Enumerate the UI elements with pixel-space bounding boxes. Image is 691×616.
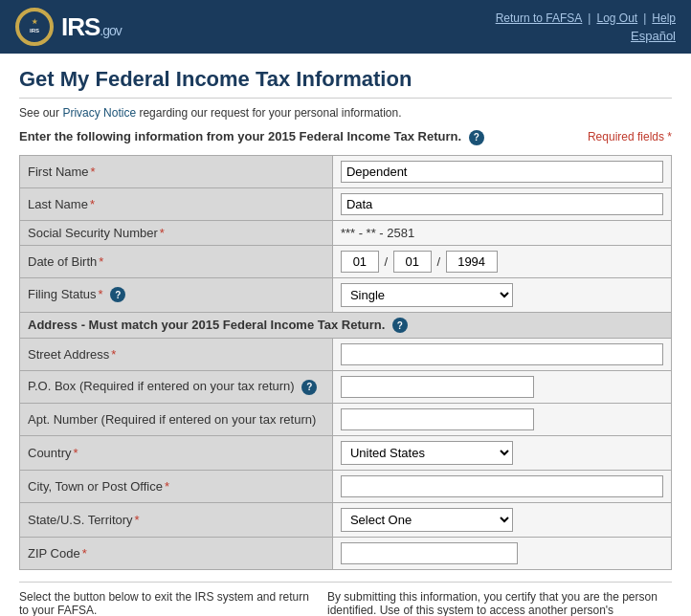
address-header-row: Address - Must match your 2015 Federal I…	[20, 312, 672, 339]
help-link[interactable]: Help	[652, 11, 676, 25]
date-sep-2: /	[436, 254, 440, 269]
last-name-required: *	[90, 197, 95, 211]
dob-required: *	[99, 254, 103, 269]
first-name-required: *	[91, 165, 96, 179]
privacy-line: See our Privacy Notice regarding our req…	[19, 106, 672, 120]
return-to-fafsa-link-header[interactable]: Return to FAFSA	[496, 11, 583, 25]
filing-status-required: *	[99, 287, 103, 301]
svg-point-0	[18, 11, 51, 43]
last-name-input-cell	[332, 187, 671, 220]
street-label: Street Address*	[20, 339, 333, 371]
first-name-input[interactable]	[341, 161, 663, 183]
zip-input-cell	[332, 538, 671, 570]
street-input-cell	[332, 339, 671, 371]
bottom-right: By submitting this information, you cert…	[327, 590, 672, 616]
street-input[interactable]	[341, 343, 663, 365]
filing-status-select[interactable]: Single Married Filing Jointly Married Fi…	[341, 283, 513, 307]
header: ★ IRS IRS.gov Return to FAFSA | Log Out …	[0, 0, 691, 54]
city-input[interactable]	[341, 475, 663, 497]
ssn-row: Social Security Number* *** - ** - 2581	[20, 220, 672, 245]
header-nav-top: Return to FAFSA | Log Out | Help	[496, 11, 676, 25]
filing-status-row: Filing Status* ? Single Married Filing J…	[20, 277, 672, 312]
street-row: Street Address*	[20, 339, 672, 371]
country-input-cell: United States Canada Other	[332, 436, 671, 471]
bottom-left-text: Select the button below to exit the IRS …	[19, 590, 316, 616]
form-table: First Name* Last Name* Social Security N…	[19, 155, 672, 571]
state-select[interactable]: Select One AlabamaAlaskaArizona Arkansas…	[341, 508, 513, 532]
title-divider	[19, 98, 672, 99]
po-box-input[interactable]	[341, 376, 534, 398]
apt-input[interactable]	[341, 408, 534, 430]
dob-year-input[interactable]	[446, 251, 498, 273]
ssn-label: Social Security Number*	[20, 220, 333, 245]
privacy-notice-link[interactable]: Privacy Notice	[62, 106, 136, 120]
address-header: Address - Must match your 2015 Federal I…	[20, 312, 672, 339]
dob-day-input[interactable]	[393, 251, 432, 273]
last-name-input[interactable]	[341, 193, 663, 215]
irs-emblem: ★ IRS	[15, 8, 54, 46]
state-required: *	[135, 513, 140, 527]
espanol-link[interactable]: Español	[631, 29, 676, 43]
last-name-row: Last Name*	[20, 187, 672, 220]
svg-text:IRS: IRS	[30, 28, 39, 33]
dob-input-cell: / /	[332, 245, 671, 277]
gov-suffix: .gov	[100, 23, 121, 38]
separator-2: |	[643, 11, 646, 25]
ssn-required: *	[160, 226, 165, 240]
apt-label: Apt. Number (Required if entered on your…	[20, 404, 333, 436]
dob-month-input[interactable]	[341, 251, 379, 273]
page-title: Get My Federal Income Tax Information	[19, 67, 672, 92]
dob-label: Date of Birth*	[20, 245, 333, 277]
country-select[interactable]: United States Canada Other	[341, 441, 513, 465]
date-sep-1: /	[385, 254, 389, 269]
instructions-row: Enter the following information from you…	[19, 129, 672, 145]
instructions-text: Enter the following information from you…	[19, 129, 484, 145]
filing-status-input-cell: Single Married Filing Jointly Married Fi…	[332, 277, 671, 312]
separator-1: |	[588, 11, 591, 25]
header-navigation: Return to FAFSA | Log Out | Help Español	[496, 11, 676, 43]
address-help-icon[interactable]: ?	[392, 318, 408, 333]
street-required: *	[111, 347, 116, 362]
logo-text: IRS.gov	[61, 12, 122, 42]
state-input-cell: Select One AlabamaAlaskaArizona Arkansas…	[332, 503, 671, 538]
zip-row: ZIP Code*	[20, 538, 672, 570]
bottom-right-text: By submitting this information, you cert…	[327, 590, 672, 616]
logout-link[interactable]: Log Out	[596, 11, 637, 25]
apt-input-cell	[332, 404, 671, 436]
svg-text:★: ★	[32, 18, 38, 25]
dob-row: Date of Birth* / /	[20, 245, 672, 277]
bottom-left: Select the button below to exit the IRS …	[19, 590, 316, 616]
apt-row: Apt. Number (Required if entered on your…	[20, 404, 672, 436]
po-box-help-icon[interactable]: ?	[301, 380, 317, 395]
ssn-value: *** - ** - 2581	[341, 226, 414, 240]
city-input-cell	[332, 471, 671, 503]
country-row: Country* United States Canada Other	[20, 436, 672, 471]
ssn-value-cell: *** - ** - 2581	[332, 220, 671, 245]
main-content: Get My Federal Income Tax Information Se…	[0, 54, 691, 616]
zip-input[interactable]	[341, 542, 518, 564]
privacy-prefix: See our	[19, 106, 62, 120]
required-fields-note: Required fields *	[588, 130, 672, 143]
po-box-row: P.O. Box (Required if entered on your ta…	[20, 371, 672, 404]
first-name-input-cell	[332, 155, 671, 187]
irs-text: IRS	[61, 12, 100, 41]
header-nav-bottom: Español	[631, 29, 676, 43]
city-row: City, Town or Post Office*	[20, 471, 672, 503]
state-row: State/U.S. Territory* Select One Alabama…	[20, 503, 672, 538]
logo: ★ IRS IRS.gov	[15, 8, 122, 46]
filing-status-label: Filing Status* ?	[20, 277, 333, 312]
po-box-label: P.O. Box (Required if entered on your ta…	[20, 371, 333, 404]
po-box-input-cell	[332, 371, 671, 404]
state-label: State/U.S. Territory*	[20, 503, 333, 538]
bottom-section: Select the button below to exit the IRS …	[19, 582, 672, 616]
first-name-row: First Name*	[20, 155, 672, 187]
filing-status-help-icon[interactable]: ?	[110, 287, 125, 302]
city-required: *	[165, 479, 169, 494]
instructions-help-icon[interactable]: ?	[469, 130, 484, 145]
city-label: City, Town or Post Office*	[20, 471, 333, 503]
country-required: *	[74, 446, 78, 460]
privacy-suffix: regarding our request for your personal …	[136, 106, 401, 120]
last-name-label: Last Name*	[20, 187, 333, 220]
country-label: Country*	[20, 436, 333, 471]
zip-required: *	[82, 546, 87, 561]
